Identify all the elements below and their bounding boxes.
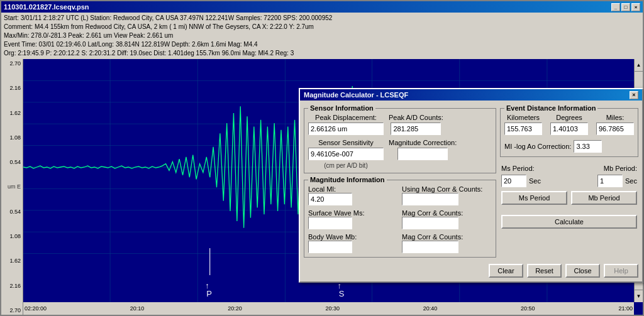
surface-mag-corr-label: Mag Corr & Counts:: [402, 209, 492, 217]
y-axis: 2.70 2.16 1.62 1.08 0.54 um E 0.54 1.08 …: [1, 59, 23, 315]
mb-period-label: Mb Period:: [604, 165, 637, 172]
mb-sec-label: Sec: [625, 177, 637, 185]
magnitude-correction-label: Magnitude Correction:: [389, 139, 457, 146]
ms-period-button[interactable]: Ms Period: [501, 191, 567, 205]
event-distance-title: Event Distance Information: [504, 104, 597, 112]
peak-displacement-label: Peak Displacement:: [315, 114, 377, 121]
sensor-sensitivity-unit: (cm per A/D bit): [324, 162, 367, 169]
y-label-216-bottom: 2.16: [1, 283, 23, 289]
svg-text:S: S: [339, 289, 345, 298]
close-button[interactable]: ×: [631, 3, 640, 11]
deg-label: Degrees: [550, 114, 588, 121]
body-mag-corr-input[interactable]: [402, 241, 458, 253]
clear-button[interactable]: Clear: [489, 264, 523, 278]
help-button[interactable]: Help: [604, 264, 638, 278]
period-labels-row: Ms Period: Mb Period:: [501, 165, 637, 172]
ms-period-input[interactable]: [501, 175, 526, 187]
peak-ad-col: Peak A/D Counts:: [389, 114, 443, 135]
local-ml-input[interactable]: [308, 193, 352, 205]
body-mag-corr-label: Mag Corr & Counts:: [402, 233, 492, 241]
y-label-270-top: 2.70: [1, 60, 23, 67]
dialog-body: Sensor Information Peak Displacement: Pe…: [300, 101, 642, 261]
y-label-054: 0.54: [1, 159, 23, 165]
sensor-information-group: Sensor Information Peak Displacement: Pe…: [304, 108, 496, 173]
info-line4: Event Time: 03/01 02:19:46.0 Lat/Long: 3…: [4, 40, 640, 49]
surface-mag-corr-input[interactable]: [402, 217, 458, 229]
x-label-6: 21:00: [618, 305, 633, 312]
km-col: Kilometers: [504, 114, 542, 135]
y-label-unit: um E: [1, 183, 23, 190]
period-buttons-row: Ms Period Mb Period: [501, 191, 637, 205]
calculate-section: Calculate: [500, 212, 638, 231]
x-label-5: 20:50: [521, 305, 535, 312]
minimize-button[interactable]: _: [611, 3, 620, 11]
miles-label: Miles:: [596, 114, 634, 121]
x-label-3: 20:30: [325, 305, 340, 312]
using-mag-corr-label: Using Mag Corr & Counts:: [402, 185, 492, 193]
maximize-button[interactable]: □: [621, 3, 630, 11]
x-label-4: 20:40: [423, 305, 438, 312]
calculate-button[interactable]: Calculate: [501, 215, 637, 229]
y-label-162: 1.62: [1, 110, 23, 116]
info-line3: Max/Min: 278.0/-281.3 Peak: 2.661 um Vie…: [4, 31, 640, 40]
surface-wave-ms-input[interactable]: [308, 217, 352, 229]
info-line1: Start: 3/01/11 2:18:27 UTC (L) Station: …: [4, 14, 640, 23]
dialog-right-panel: Event Distance Information Kilometers De…: [500, 104, 638, 258]
dialog-close-button[interactable]: ×: [630, 91, 638, 99]
ml-log-input[interactable]: [574, 140, 602, 153]
close-footer-button[interactable]: Close: [565, 264, 600, 278]
ml-log-label: MI -log Ao Correction:: [504, 143, 571, 150]
dialog-footer: Clear Reset Close Help: [300, 261, 642, 281]
title-bar-buttons: _ □ ×: [611, 3, 640, 11]
peak-displacement-col: Peak Displacement:: [308, 114, 384, 135]
body-wave-mb-input[interactable]: [308, 241, 352, 253]
dialog-left-panel: Sensor Information Peak Displacement: Pe…: [304, 104, 496, 258]
info-line2: Comment: M4.4 155km from Redwood City, C…: [4, 23, 640, 31]
peak-displacement-input[interactable]: [308, 123, 384, 135]
deg-input[interactable]: [550, 123, 588, 135]
x-label-0: 02:20:00: [25, 305, 47, 312]
miles-input[interactable]: [596, 123, 634, 135]
main-window: 110301.021827.lcseqv.psn _ □ × Start: 3/…: [0, 0, 644, 316]
local-ml-label: Local Ml:: [308, 185, 398, 193]
sensor-sensitivity-col: Sensor Sensitivity (cm per A/D bit): [308, 139, 384, 169]
sensor-sensitivity-input[interactable]: [308, 148, 384, 160]
info-area: Start: 3/01/11 2:18:27 UTC (L) Station: …: [1, 13, 643, 59]
magnitude-information-group: Magnitude Information Local Ml: Using Ma…: [304, 180, 496, 258]
magnitude-info-title: Magnitude Information: [308, 176, 387, 183]
km-label: Kilometers: [504, 114, 542, 121]
y-label-270-bottom: 2.70: [1, 307, 23, 313]
x-label-1: 20:10: [130, 305, 145, 312]
using-mag-corr-input[interactable]: [402, 193, 458, 205]
body-wave-mb-label: Body Wave Mb:: [308, 233, 398, 241]
reset-button[interactable]: Reset: [527, 264, 562, 278]
peak-ad-label: Peak A/D Counts:: [389, 114, 443, 121]
y-label-054-bottom: 0.54: [1, 209, 23, 215]
y-label-216: 2.16: [1, 85, 23, 91]
km-input[interactable]: [504, 123, 542, 135]
y-label-162-bottom: 1.62: [1, 258, 23, 264]
magnitude-correction-col: Magnitude Correction:: [389, 139, 457, 169]
dialog-title-text: Magnitude Calculator - LCSEQF: [304, 91, 408, 99]
mb-period-button[interactable]: Mb Period: [571, 191, 637, 205]
ms-period-label: Ms Period:: [501, 165, 535, 172]
surface-wave-ms-label: Surface Wave Ms:: [308, 209, 398, 217]
sensor-info-title: Sensor Information: [308, 104, 375, 112]
x-axis: 02:20:00 20:10 20:20 20:30 20:40 20:50 2…: [23, 302, 634, 315]
magnitude-correction-input[interactable]: [397, 148, 448, 160]
periods-section: Ms Period: Mb Period: Sec Sec: [500, 165, 638, 205]
dialog-title-bar: Magnitude Calculator - LCSEQF ×: [300, 89, 642, 101]
title-bar: 110301.021827.lcseqv.psn _ □ ×: [1, 1, 643, 13]
window-title: 110301.021827.lcseqv.psn: [4, 3, 89, 11]
svg-text:P: P: [206, 289, 212, 298]
magnitude-calculator-dialog: Magnitude Calculator - LCSEQF × Sensor I…: [299, 88, 643, 283]
sensor-sensitivity-label: Sensor Sensitivity: [308, 139, 384, 146]
ms-sec-label: Sec: [529, 177, 541, 185]
info-line5: Org: 2:19:45.9 P: 2:20:12.2 S: 2:20:31.2…: [4, 49, 640, 58]
mb-period-input[interactable]: [597, 175, 623, 187]
y-label-108-bottom: 1.08: [1, 233, 23, 239]
miles-col: Miles:: [596, 114, 634, 135]
x-label-2: 20:20: [228, 305, 242, 312]
peak-ad-input[interactable]: [391, 123, 441, 135]
y-label-108: 1.08: [1, 134, 23, 141]
